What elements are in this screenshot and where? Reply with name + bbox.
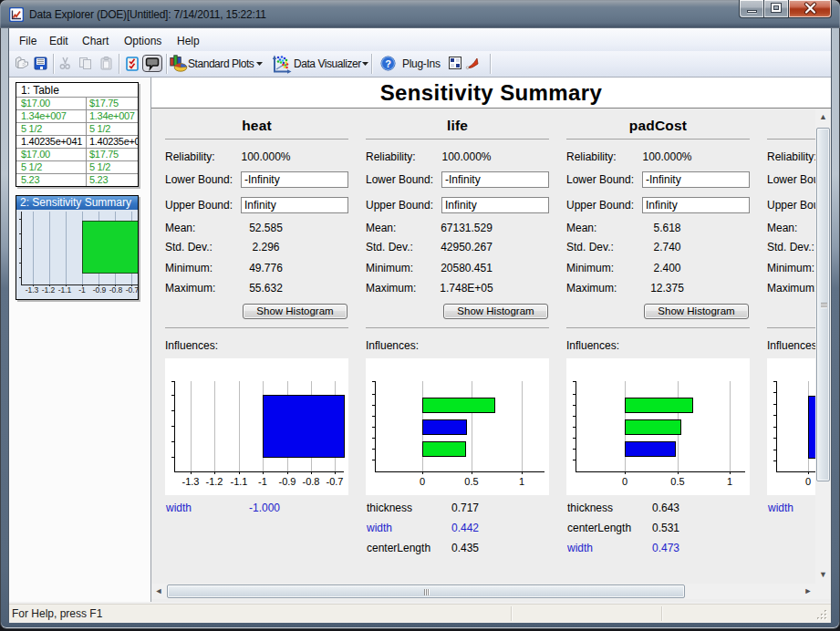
svg-text:-1: -1 <box>258 476 267 487</box>
svg-text:-1: -1 <box>78 285 86 295</box>
svg-text:1: 1 <box>519 476 524 487</box>
svg-text:0: 0 <box>805 476 811 487</box>
svg-text:-0.8: -0.8 <box>109 285 123 295</box>
svg-text:0: 0 <box>622 476 627 487</box>
svg-text:-1.3: -1.3 <box>182 476 200 487</box>
svg-text:0.5: 0.5 <box>670 476 684 487</box>
svg-text:0.5: 0.5 <box>464 476 478 487</box>
svg-text:-0.9: -0.9 <box>279 476 296 487</box>
svg-text:-0.9: -0.9 <box>93 285 107 295</box>
svg-text:-0.8: -0.8 <box>303 476 320 487</box>
svg-text:-1.1: -1.1 <box>58 285 72 295</box>
svg-text:-1.1: -1.1 <box>231 476 248 487</box>
svg-text:-1.2: -1.2 <box>206 476 223 487</box>
svg-text:-0.7: -0.7 <box>126 285 138 295</box>
svg-text:1: 1 <box>727 476 732 487</box>
svg-text:-1.3: -1.3 <box>26 285 39 295</box>
svg-text:-1.2: -1.2 <box>42 285 56 295</box>
svg-text:-0.7: -0.7 <box>327 476 344 487</box>
svg-text:?: ? <box>385 58 391 69</box>
svg-text:0: 0 <box>420 476 425 487</box>
